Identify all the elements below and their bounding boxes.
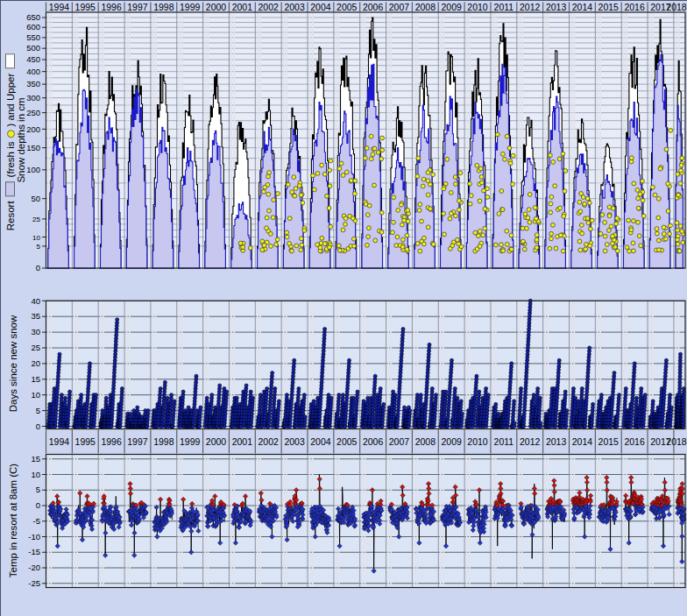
tick-label: 40 <box>31 296 40 306</box>
chart-canvas: 6506005505004504003503002502001501005025… <box>1 1 687 616</box>
tick-label: 10 <box>32 234 40 242</box>
year-label-middle: 1996 <box>101 436 122 447</box>
year-label-middle: 2002 <box>259 436 280 447</box>
tick-label: 400 <box>26 67 40 76</box>
year-label-top: 1995 <box>75 2 96 12</box>
tick-label: 500 <box>26 43 40 53</box>
year-label-top: 2018 <box>666 2 687 12</box>
year-label-middle: 2011 <box>494 436 514 447</box>
year-label-top: 2005 <box>336 2 358 12</box>
year-label-middle: 2003 <box>284 436 305 447</box>
snow-history-chart: 6506005505004504003503002502001501005025… <box>0 0 687 616</box>
tick-label: 0 <box>36 263 40 273</box>
year-label-top: 2011 <box>494 2 514 12</box>
tick-label: 100 <box>26 165 40 174</box>
tick-label: 25 <box>31 343 40 352</box>
year-label-middle: 2018 <box>666 436 687 447</box>
year-label-top: 1999 <box>180 2 201 12</box>
year-label-middle: 2009 <box>441 436 462 447</box>
upper-swatch <box>5 54 15 69</box>
tick-label: 0 <box>36 500 40 510</box>
tick-label: 20 <box>31 358 40 368</box>
year-label-top: 2004 <box>310 2 331 12</box>
tick-label: 650 <box>26 12 40 22</box>
tick-label: 30 <box>31 327 40 336</box>
year-label-top: 2012 <box>520 2 541 12</box>
year-label-middle: 2008 <box>415 436 436 447</box>
tick-label: 300 <box>26 93 40 103</box>
year-label-middle: 2007 <box>389 436 410 447</box>
year-label-middle: 2001 <box>232 436 253 447</box>
tick-label: 5 <box>36 406 40 415</box>
year-label-middle: 2006 <box>363 436 384 447</box>
tick-label: -25 <box>28 578 40 588</box>
year-label-middle: 2013 <box>546 436 567 447</box>
year-label-top: 1998 <box>153 2 174 12</box>
tick-label: 35 <box>31 311 40 321</box>
year-label-top: 2008 <box>415 2 436 12</box>
year-label-top: 2007 <box>389 2 410 12</box>
year-label-top: 2013 <box>546 2 567 12</box>
year-label-middle: 1995 <box>75 436 96 447</box>
year-label-top: 2009 <box>441 2 462 12</box>
year-label-middle: 1999 <box>180 436 201 447</box>
year-label-top: 2014 <box>572 2 593 12</box>
resort-swatch <box>5 181 15 196</box>
tick-label: 150 <box>26 143 40 152</box>
tick-label: -5 <box>33 516 40 526</box>
tick-label: 550 <box>26 32 40 42</box>
year-label-top: 1997 <box>127 2 148 12</box>
year-label-middle: 1994 <box>49 436 70 447</box>
tick-label: 0 <box>36 421 40 431</box>
year-label-middle: 2000 <box>206 436 227 447</box>
tick-label: 600 <box>26 22 40 32</box>
tick-label: 5 <box>37 243 41 251</box>
year-label-top: 2001 <box>232 2 253 12</box>
year-label-top: 2002 <box>259 2 280 12</box>
year-label-middle: 2004 <box>310 436 331 447</box>
year-label-middle: 1998 <box>153 436 174 447</box>
year-label-top: 2016 <box>624 2 645 12</box>
tick-label: 200 <box>26 124 40 134</box>
tick-label: -15 <box>28 547 40 556</box>
year-label-middle: 2010 <box>467 436 488 447</box>
year-label-middle: 2014 <box>572 436 593 447</box>
tick-label: 10 <box>31 470 40 479</box>
tick-label: -10 <box>28 532 40 542</box>
tick-label: 5 <box>36 485 40 494</box>
year-label-middle: 2012 <box>520 436 541 447</box>
year-label-top: 2006 <box>363 2 384 12</box>
legend-resort-text: Resort <box>5 201 16 230</box>
fresh-snow-dot-swatch <box>7 130 15 138</box>
tick-label: 250 <box>26 108 40 117</box>
legend-fresh-pre-text: (fresh is <box>5 141 16 177</box>
year-label-middle: 2016 <box>624 436 645 447</box>
year-label-middle: 1997 <box>127 436 148 447</box>
year-label-top: 1996 <box>101 2 122 12</box>
tick-label: 50 <box>31 194 40 203</box>
year-label-top: 2000 <box>206 2 227 12</box>
tick-label: 25 <box>32 216 40 223</box>
year-label-top: 2003 <box>284 2 305 12</box>
year-label-middle: 2015 <box>598 436 620 447</box>
year-label-top: 2010 <box>467 2 488 12</box>
year-label-top: 1994 <box>49 2 70 12</box>
tick-label: 10 <box>31 390 40 400</box>
legend-fresh-post-text: ) and Upper <box>5 74 16 127</box>
tick-label: 15 <box>31 374 40 384</box>
tick-label: 350 <box>26 79 40 89</box>
year-label-middle: 2005 <box>336 436 358 447</box>
tick-label: 450 <box>26 54 40 64</box>
year-label-top: 2015 <box>598 2 620 12</box>
tick-label: 15 <box>31 454 40 464</box>
tick-label: -20 <box>28 563 40 572</box>
